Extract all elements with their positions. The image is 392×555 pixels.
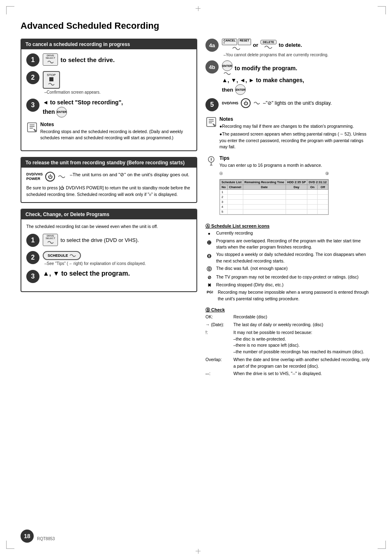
left-column: To cancel a scheduled recording in progr…	[21, 39, 197, 378]
notes-icon-right	[205, 116, 217, 128]
reset-btn[interactable]: RESET	[238, 39, 251, 45]
table-row: 2	[220, 194, 328, 199]
pg-desc: Recording may become impossible when a w…	[218, 289, 371, 302]
recording-desc: Currently recording	[216, 230, 371, 237]
step-check-3-text: ▲, ▼ to select the program.	[43, 270, 130, 277]
step-2-note: –Confirmation screen appears.	[43, 90, 191, 94]
step-4a-suffix: to delete.	[279, 42, 302, 48]
enter-button-1[interactable]: ENTER	[56, 107, 67, 117]
full-icon: ⓪	[205, 265, 213, 273]
tips-title: Tips	[219, 155, 329, 161]
cancel-recording-header: To cancel a scheduled recording in progr…	[21, 39, 196, 49]
drive-select-button-2[interactable]: DRIVE SELECT	[43, 234, 58, 246]
enter-btn-4b-2[interactable]: ENTER	[235, 84, 246, 95]
svg-rect-1	[207, 117, 216, 127]
step-2-content: STOP –Confirmation screen appears.	[43, 71, 191, 94]
tips-label-a: Ⓐ	[219, 171, 223, 176]
standby-text: –The unit turns on and "⊘" on the unit's…	[70, 172, 189, 177]
schedule-button[interactable]: SCHEDULE	[43, 251, 81, 260]
dirty-icon: ✖	[205, 282, 213, 289]
dirty-desc: Recording stopped (Dirty disc, etc.)	[216, 282, 371, 289]
check-change-header: Check, Change, or Delete Programs	[21, 210, 196, 219]
cancel-btn[interactable]: CANCEL*	[222, 39, 237, 45]
step-3-content: ◄ to select "Stop recording",then ENTER	[43, 99, 191, 117]
step-num-2: 2	[26, 71, 39, 84]
icons-section: Ⓐ Schedule List screen icons ● Currently…	[205, 223, 371, 302]
check-key-ok: OK:	[205, 314, 230, 320]
notes-cancel: Notes Recording stops and the scheduled …	[26, 122, 191, 142]
check-val-excl: It may not be possible to record because…	[233, 329, 371, 355]
tips-content: Tips You can enter up to 16 programs a m…	[219, 155, 329, 218]
standby-box: To release the unit from recording stand…	[21, 157, 197, 203]
stop-button[interactable]: STOP	[43, 71, 60, 89]
step-1-check: 1 DRIVE SELECT to select the drive (DVD …	[26, 234, 191, 247]
right-column: 4a CANCEL* RESET or DELETE	[205, 39, 371, 378]
standby-note: Be sure to press [⏻ DVD/VHS POWER] to re…	[26, 185, 191, 198]
overlap-desc: Programs are overlapped. Recording of th…	[216, 238, 371, 251]
check-val-dash: When the drive is set to VHS, "--" is di…	[233, 371, 371, 377]
recording-icon: ●	[205, 230, 213, 237]
table-row: 1	[220, 189, 328, 194]
full-desc: The disc was full. (not enough space)	[216, 265, 371, 273]
table-row: 3	[220, 199, 328, 204]
step-check-2-note: –See "Tips" (→ right) for explanation of…	[43, 261, 191, 266]
step-4a: 4a CANCEL* RESET or DELETE	[205, 39, 371, 57]
overlap-icon: ⊕	[205, 238, 213, 251]
col-on: On	[307, 184, 318, 189]
col-day: Day	[286, 184, 307, 189]
tips-box: Tips You can enter up to 16 programs a m…	[205, 155, 371, 218]
delete-btn[interactable]: DELETE	[261, 40, 277, 44]
icons-section-title: Ⓐ Schedule List screen icons	[205, 223, 371, 229]
page-title: Advanced Scheduled Recording	[21, 21, 371, 31]
drive-select-button[interactable]: DRIVE SELECT	[43, 53, 58, 66]
check-row-excl: !: It may not be possible to record beca…	[205, 329, 371, 355]
step-4a-note: –You cannot delete programs that are cur…	[222, 53, 371, 57]
notes-text-right-2: ●The password screen appears when settin…	[219, 131, 371, 150]
power-circle-5[interactable]: ⏻	[241, 98, 251, 108]
notes-title-right: Notes	[219, 116, 371, 122]
stopped-desc: You stopped a weekly or daily scheduled …	[216, 251, 371, 265]
check-row-date: → (Date): The last day of daily or weekl…	[205, 322, 371, 328]
notes-title-1: Notes	[40, 122, 191, 127]
step-4b-content: ENTER to modify the program. ▲, ▼, ◄, ► …	[222, 60, 371, 95]
check-row-overlap: Overlap: When the date and time overlap …	[205, 357, 371, 370]
icon-row-stopped: ⊖ You stopped a weekly or daily schedule…	[205, 251, 371, 265]
page-number: 18	[21, 530, 34, 543]
enter-btn-4b[interactable]: ENTER	[222, 60, 233, 71]
notes-text-right-1: ●Recording may fail if there are changes…	[219, 123, 371, 130]
rqt-label: RQT8853	[37, 537, 55, 541]
check-change-box: Check, Change, or Delete Programs The sc…	[21, 209, 197, 292]
check-key-excl: !:	[205, 329, 230, 355]
step-check-3-content: ▲, ▼ to select the program.	[43, 270, 191, 277]
step-1-content: DRIVE SELECT to select the drive.	[43, 53, 191, 67]
col-date: Date	[243, 184, 286, 189]
step-label-4b: 4b	[205, 60, 219, 74]
table-header-hdd: HDD 2:35 SP	[286, 180, 307, 184]
col-off: Off	[318, 184, 328, 189]
step-4b-arrows: ▲, ▼, ◄, ► to make changes,	[222, 77, 371, 83]
check-key-dash: –-:	[205, 371, 230, 377]
check-section: Ⓑ Check OK: Recordable (disc) → (Date): …	[205, 306, 371, 377]
icon-row-copyprotect: ⊘ The TV program may not be recorded due…	[205, 274, 371, 281]
check-row-dash: –-: When the drive is set to VHS, "--" i…	[205, 371, 371, 377]
check-key-overlap: Overlap:	[205, 357, 230, 370]
standby-body: DVD/VHSPOWER ⏻ –The unit turns on and "⊘…	[21, 168, 196, 202]
step-num-check-2: 2	[26, 251, 39, 264]
dvd-vhs-label-5: DVD/VHS	[222, 101, 238, 106]
cancel-recording-body: 1 DRIVE SELECT to select the drive.	[21, 49, 196, 150]
notes-content: Notes Recording stops and the scheduled …	[40, 122, 191, 142]
step-label-4a: 4a	[205, 39, 219, 52]
step-check-1-content: DRIVE SELECT to select the drive (DVD or…	[43, 234, 191, 246]
check-val-date: The last day of daily or weekly recordin…	[233, 322, 371, 328]
notes-text-1: Recording stops and the scheduled record…	[40, 129, 191, 142]
power-circle-1[interactable]: ⏻	[45, 172, 55, 182]
check-val-overlap: When the date and time overlap with anot…	[233, 357, 371, 370]
cancel-recording-box: To cancel a scheduled recording in progr…	[21, 39, 197, 151]
step-check-2-content: SCHEDULE –See "Tips" (→ right) for expla…	[43, 251, 191, 266]
step-3-text: ◄ to select "Stop recording",then	[43, 99, 123, 115]
icon-row-overlap: ⊕ Programs are overlapped. Recording of …	[205, 238, 371, 251]
icon-row-pg: PG! Recording may become impossible when…	[205, 289, 371, 302]
col-channel: Channel	[227, 184, 243, 189]
check-row-ok: OK: Recordable (disc)	[205, 314, 371, 320]
step-4b: 4b ENTER to modify the program. ▲, ▼, ◄,…	[205, 60, 371, 95]
